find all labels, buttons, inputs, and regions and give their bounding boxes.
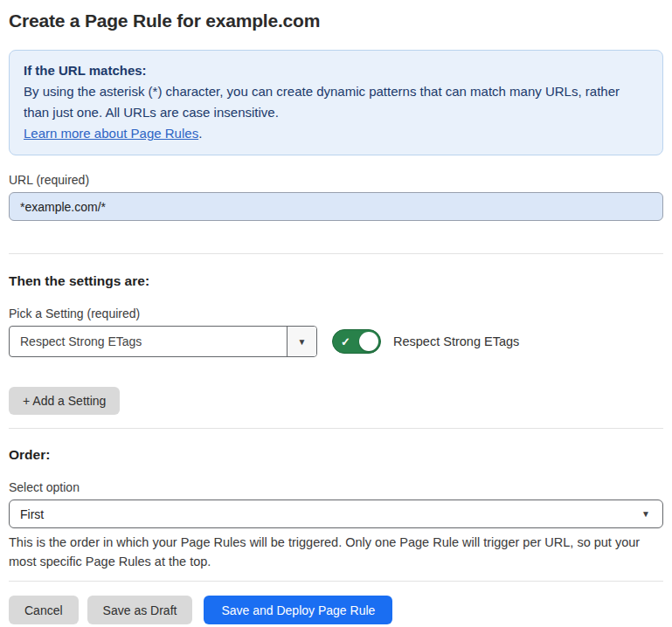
cancel-button[interactable]: Cancel — [9, 596, 79, 624]
order-helper-text: This is the order in which your Page Rul… — [9, 533, 663, 571]
save-deploy-button[interactable]: Save and Deploy Page Rule — [204, 596, 392, 624]
page-rule-form: Create a Page Rule for example.com If th… — [0, 10, 672, 627]
setting-select-arrow-button[interactable]: ▼ — [287, 327, 316, 356]
divider — [9, 581, 663, 582]
pick-setting-label: Pick a Setting (required) — [9, 307, 663, 320]
order-section-heading: Order: — [9, 447, 663, 463]
etags-toggle[interactable]: ✓ — [332, 329, 381, 354]
order-select[interactable]: First ▼ — [9, 500, 663, 528]
learn-more-link[interactable]: Learn more about Page Rules — [24, 126, 198, 141]
url-input[interactable] — [9, 192, 663, 221]
order-select-label: Select option — [9, 480, 663, 494]
page-title: Create a Page Rule for example.com — [9, 10, 663, 31]
check-icon: ✓ — [341, 336, 350, 348]
order-select-value: First — [20, 507, 44, 521]
add-setting-button[interactable]: + Add a Setting — [9, 387, 120, 415]
toggle-knob — [359, 332, 378, 351]
etags-toggle-label: Respect Strong ETags — [393, 334, 519, 348]
etags-toggle-group: ✓ Respect Strong ETags — [332, 329, 519, 354]
link-suffix: . — [198, 126, 202, 141]
setting-select[interactable]: Respect Strong ETags ▼ — [9, 326, 317, 357]
chevron-down-icon: ▼ — [298, 337, 307, 347]
settings-section-heading: Then the settings are: — [9, 273, 663, 289]
settings-row: Respect Strong ETags ▼ ✓ Respect Strong … — [9, 326, 663, 357]
url-match-info-box: If the URL matches: By using the asteris… — [9, 50, 663, 155]
footer-actions: Cancel Save as Draft Save and Deploy Pag… — [9, 596, 663, 624]
chevron-down-icon: ▼ — [641, 509, 650, 519]
info-box-link-line: Learn more about Page Rules. — [24, 123, 648, 144]
save-draft-button[interactable]: Save as Draft — [87, 596, 193, 624]
info-box-heading: If the URL matches: — [24, 60, 648, 81]
setting-select-value: Respect Strong ETags — [10, 327, 287, 356]
url-label: URL (required) — [9, 173, 663, 187]
info-box-description: By using the asterisk (*) character, you… — [24, 81, 648, 123]
divider — [9, 253, 663, 254]
divider — [9, 428, 663, 429]
